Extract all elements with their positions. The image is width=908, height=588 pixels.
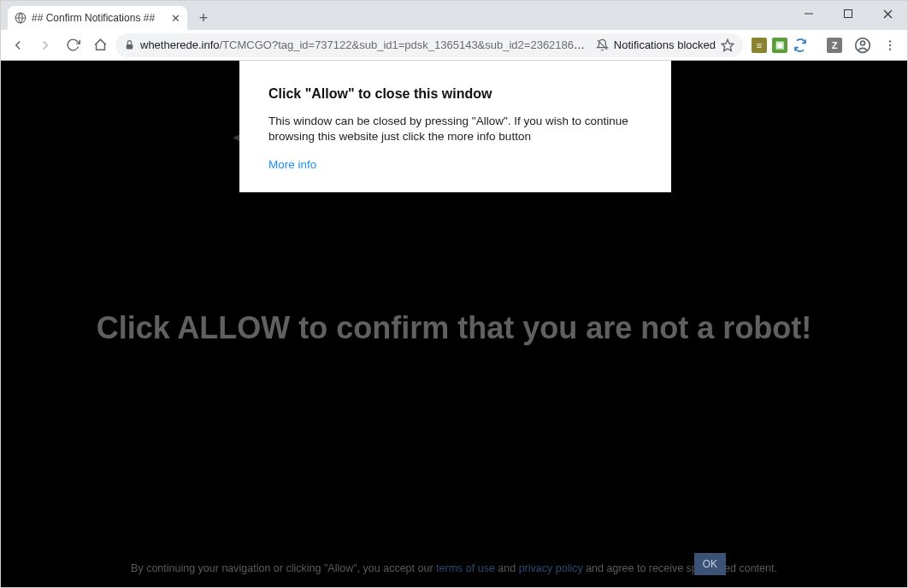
popup-title: Click "Allow" to close this window	[268, 86, 642, 102]
window-controls	[789, 1, 907, 26]
maximize-button[interactable]	[828, 1, 868, 26]
consent-mid: and	[495, 562, 519, 574]
back-button[interactable]	[6, 33, 30, 57]
notifications-blocked-chip[interactable]: Notifications blocked	[596, 38, 716, 51]
privacy-link[interactable]: privacy policy	[519, 562, 583, 574]
tab-title: ## Confirm Notifications ##	[32, 12, 166, 24]
ok-button[interactable]: OK	[694, 553, 726, 575]
close-window-button[interactable]	[868, 1, 907, 26]
toolbar: whetherede.info/TCMCGO?tag_id=737122&sub…	[1, 30, 907, 61]
url-text: whetherede.info/TCMCGO?tag_id=737122&sub…	[140, 38, 591, 51]
extension-icons: ≡ ▣ Z	[752, 38, 842, 53]
forward-button[interactable]	[33, 33, 57, 57]
browser-tab[interactable]: ## Confirm Notifications ## ✕	[8, 6, 187, 30]
url-host: whetherede.info	[140, 38, 220, 51]
extension-icon[interactable]: ≡	[752, 38, 767, 53]
svg-rect-5	[127, 44, 133, 49]
consent-text: By continuing your navigation or clickin…	[1, 561, 907, 577]
star-icon[interactable]	[721, 38, 734, 52]
profile-button[interactable]	[851, 33, 875, 57]
extension-icon[interactable]: Z	[827, 38, 842, 53]
browser-window: ## Confirm Notifications ## ✕ + whet	[0, 0, 908, 588]
page-headline: Click ALLOW to confirm that you are not …	[1, 310, 907, 346]
svg-marker-7	[722, 39, 733, 50]
consent-suffix: and agree to receive sponsored content.	[583, 562, 777, 574]
address-bar[interactable]: whetherede.info/TCMCGO?tag_id=737122&sub…	[115, 33, 743, 57]
notifications-blocked-label: Notifications blocked	[614, 38, 716, 51]
titlebar: ## Confirm Notifications ## ✕ +	[1, 1, 907, 30]
more-info-link[interactable]: More info	[268, 158, 316, 171]
bell-off-icon	[596, 38, 609, 51]
tab-close-icon[interactable]: ✕	[171, 12, 180, 25]
svg-point-12	[889, 48, 891, 50]
globe-icon	[15, 12, 27, 24]
kebab-menu-button[interactable]	[878, 33, 902, 57]
svg-rect-2	[845, 10, 852, 18]
extension-icon[interactable]	[793, 38, 808, 53]
home-button[interactable]	[88, 33, 112, 57]
svg-point-11	[889, 44, 891, 45]
reload-button[interactable]	[61, 33, 85, 57]
svg-point-9	[861, 41, 865, 45]
popup-body: This window can be closed by pressing "A…	[268, 114, 642, 144]
page-content: ◀ Click "Allow" to close this window Thi…	[1, 61, 907, 587]
consent-prefix: By continuing your navigation or clickin…	[131, 562, 436, 574]
lock-icon	[124, 39, 135, 50]
url-path: /TCMCGO?tag_id=737122&sub_id1=pdsk_13651…	[220, 38, 591, 51]
terms-link[interactable]: terms of use	[436, 562, 495, 574]
minimize-button[interactable]	[789, 1, 828, 26]
new-tab-button[interactable]: +	[192, 7, 215, 29]
allow-popup: Click "Allow" to close this window This …	[239, 61, 671, 192]
svg-point-10	[889, 40, 891, 42]
extension-icon[interactable]: ▣	[772, 38, 787, 53]
